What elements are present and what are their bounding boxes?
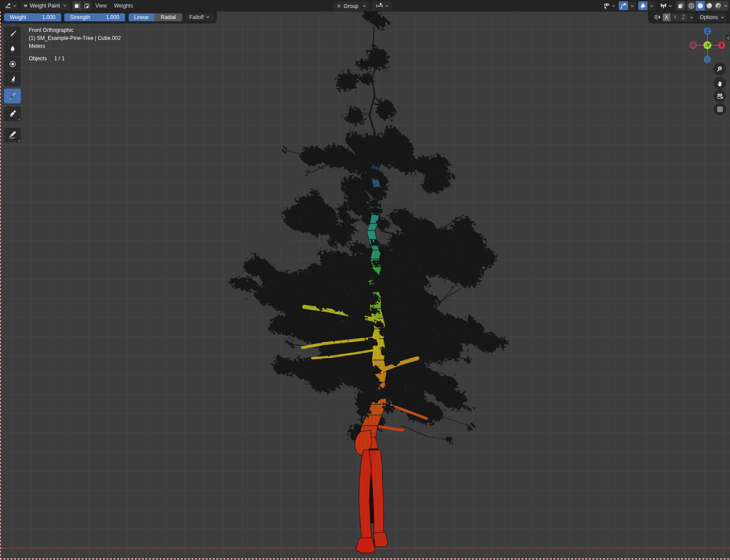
svg-text:X: X — [720, 43, 723, 48]
svg-text:Z: Z — [706, 29, 709, 34]
svg-text:-Y: -Y — [705, 43, 710, 48]
